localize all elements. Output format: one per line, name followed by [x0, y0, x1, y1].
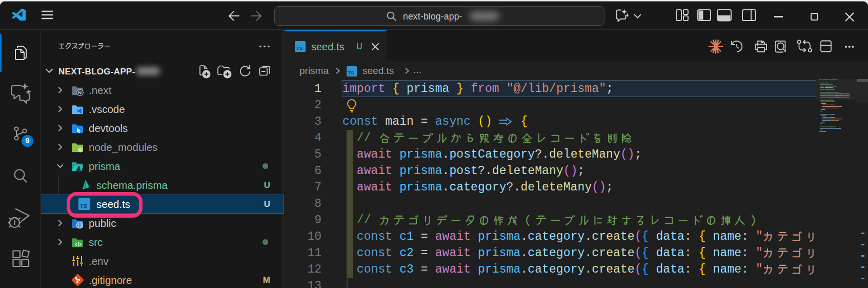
svg-text:TS: TS	[296, 45, 303, 51]
svg-text:TS: TS	[348, 70, 354, 75]
